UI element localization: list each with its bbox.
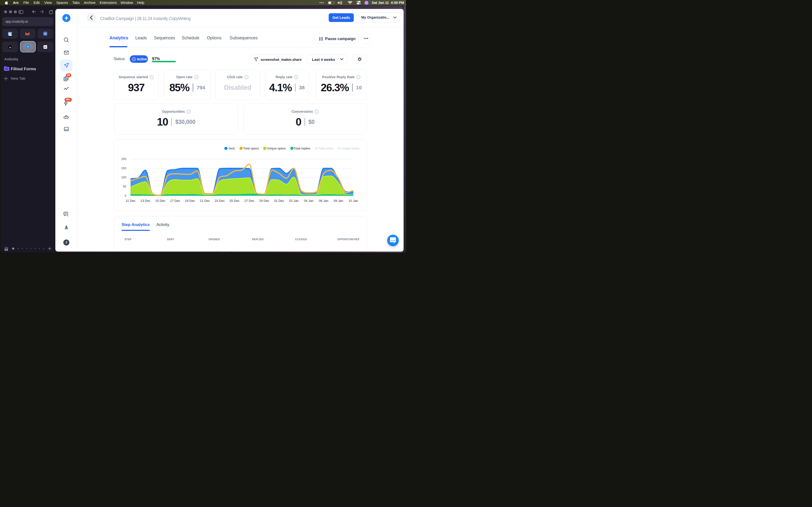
svg-text:50: 50 <box>123 185 126 188</box>
svg-text:100: 100 <box>121 176 126 179</box>
svg-text:11 Dec: 11 Dec <box>126 199 136 202</box>
svg-text:29 Dec: 29 Dec <box>259 199 269 202</box>
svg-text:04 Jan: 04 Jan <box>304 199 314 202</box>
svg-text:Total clicks: Total clicks <box>318 146 334 150</box>
svg-text:10 Jan: 10 Jan <box>349 199 358 202</box>
svg-text:150: 150 <box>121 167 126 170</box>
svg-text:21 Dec: 21 Dec <box>200 199 210 202</box>
svg-text:CI: CI <box>44 33 46 35</box>
svg-text:Total opens: Total opens <box>243 146 259 150</box>
svg-text:Unique opens: Unique opens <box>267 146 286 150</box>
svg-text:25 Dec: 25 Dec <box>230 199 240 202</box>
svg-text:0: 0 <box>125 194 126 197</box>
svg-text:200: 200 <box>121 157 126 161</box>
svg-text:27 Dec: 27 Dec <box>244 199 254 202</box>
svg-text:19 Dec: 19 Dec <box>185 199 195 202</box>
svg-text:Total replies: Total replies <box>294 146 310 150</box>
svg-text:up: up <box>9 46 11 48</box>
svg-text:11: 11 <box>9 33 11 35</box>
svg-text:23 Dec: 23 Dec <box>215 199 225 202</box>
svg-text:k: k <box>45 46 46 48</box>
svg-text:Sent: Sent <box>229 146 235 150</box>
svg-text:31 Dec: 31 Dec <box>274 199 284 202</box>
svg-text:08 Jan: 08 Jan <box>334 199 343 202</box>
svg-text:Unique clicks: Unique clicks <box>341 146 359 150</box>
svg-text:15 Dec: 15 Dec <box>155 199 165 202</box>
svg-text:17 Dec: 17 Dec <box>170 199 180 202</box>
svg-text:13 Dec: 13 Dec <box>140 199 151 202</box>
svg-text:02 Jan: 02 Jan <box>289 199 299 202</box>
svg-text:06 Jan: 06 Jan <box>319 199 328 202</box>
